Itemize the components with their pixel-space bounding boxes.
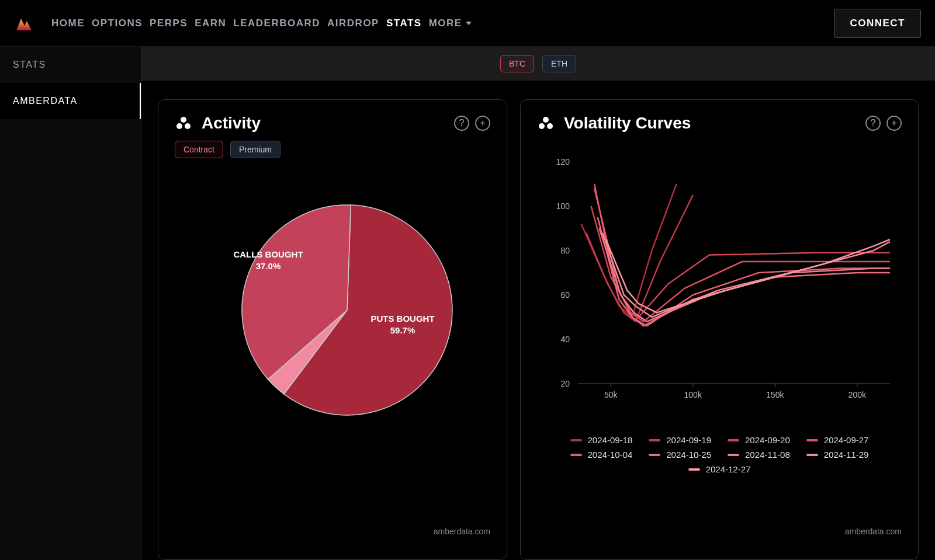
asset-tab-eth[interactable]: ETH [542,55,576,72]
svg-point-7 [543,117,549,123]
sidebar: STATSAMBERDATA [0,47,141,560]
legend-swatch [806,439,818,441]
cluster-icon [537,116,555,130]
svg-text:60: 60 [560,290,570,300]
activity-pie-chart: CALLS BOUGHT37.0%PUTS BOUGHT59.7% [192,193,473,444]
nav-item-home[interactable]: HOME [48,15,88,31]
legend-item[interactable]: 2024-09-27 [806,435,869,445]
legend-label: 2024-10-25 [666,450,711,460]
svg-text:20: 20 [560,379,570,388]
svg-text:59.7%: 59.7% [390,325,415,335]
svg-point-1 [176,123,182,129]
connect-button[interactable]: CONNECT [834,9,921,38]
legend-label: 2024-11-29 [824,450,869,460]
asset-tab-btc[interactable]: BTC [500,55,534,72]
svg-text:CALLS BOUGHT: CALLS BOUGHT [233,249,303,259]
legend-swatch [806,454,818,456]
activity-title: Activity [202,114,261,133]
svg-text:100: 100 [556,201,570,211]
volatility-title: Volatility Curves [564,114,691,133]
expand-icon[interactable]: + [475,116,490,131]
legend-label: 2024-09-27 [824,435,869,445]
sub-tab-contract[interactable]: Contract [175,141,223,158]
attribution-text: amberdata.com [845,527,902,536]
svg-text:50k: 50k [604,390,618,399]
cluster-icon [175,116,192,130]
asset-tab-bar: BTCETH [141,47,935,81]
svg-text:200k: 200k [849,390,867,399]
svg-text:37.0%: 37.0% [256,261,281,271]
volatility-card: Volatility Curves ? + 2040608010012050k1… [520,99,919,560]
legend-label: 2024-09-20 [745,435,790,445]
legend-item[interactable]: 2024-09-18 [570,435,633,445]
attribution-text: amberdata.com [434,527,490,536]
nav-item-airdrop[interactable]: AIRDROP [324,15,383,31]
legend-label: 2024-11-08 [745,450,790,460]
svg-text:80: 80 [560,246,570,255]
legend-item[interactable]: 2024-09-19 [649,435,711,445]
svg-point-0 [181,117,186,123]
svg-point-2 [185,123,191,129]
svg-text:PUTS BOUGHT: PUTS BOUGHT [370,314,434,324]
sidebar-item-stats[interactable]: STATS [0,47,141,83]
legend-label: 2024-12-27 [706,464,751,474]
legend-swatch [728,439,739,441]
expand-icon[interactable]: + [886,116,902,131]
legend-item[interactable]: 2024-11-29 [806,450,869,460]
logo-icon [14,14,33,33]
header-left: HOMEOPTIONSPERPSEARNLEADERBOARDAIRDROPST… [14,14,475,33]
legend-swatch [728,454,739,456]
svg-text:120: 120 [556,157,570,166]
legend-item[interactable]: 2024-10-04 [570,450,633,460]
sub-tab-premium[interactable]: Premium [230,141,280,158]
nav-item-stats[interactable]: STATS [383,15,425,31]
legend-item[interactable]: 2024-11-08 [728,450,790,460]
svg-text:100k: 100k [684,390,702,399]
legend-swatch [570,454,582,456]
legend-label: 2024-09-19 [666,435,711,445]
legend-swatch [570,439,582,441]
legend-item[interactable]: 2024-09-20 [728,435,790,445]
sidebar-item-amberdata[interactable]: AMBERDATA [0,83,141,119]
legend-label: 2024-10-04 [588,450,633,460]
nav-item-perps[interactable]: PERPS [146,15,191,31]
nav-item-leaderboard[interactable]: LEADERBOARD [230,15,324,31]
nav-item-more[interactable]: MORE [425,15,475,32]
volatility-line-chart: 2040608010012050k100k150k200k [537,156,902,413]
header: HOMEOPTIONSPERPSEARNLEADERBOARDAIRDROPST… [0,0,935,47]
legend-item[interactable]: 2024-12-27 [688,464,751,474]
svg-text:150k: 150k [766,390,784,399]
legend-swatch [649,439,660,441]
svg-text:40: 40 [560,335,570,344]
svg-point-9 [547,123,553,129]
help-icon[interactable]: ? [865,116,881,131]
legend-swatch [688,468,700,471]
chevron-down-icon [466,22,472,25]
nav-item-earn[interactable]: EARN [191,15,230,31]
svg-point-8 [539,123,545,129]
help-icon[interactable]: ? [454,116,469,131]
legend-label: 2024-09-18 [588,435,633,445]
legend-swatch [649,454,660,456]
activity-card: Activity ? + ContractPremium CALLS BOUGH… [158,99,507,560]
legend-item[interactable]: 2024-10-25 [649,450,711,460]
volatility-legend: 2024-09-182024-09-192024-09-202024-09-27… [537,435,902,474]
nav-item-options[interactable]: OPTIONS [88,15,146,31]
